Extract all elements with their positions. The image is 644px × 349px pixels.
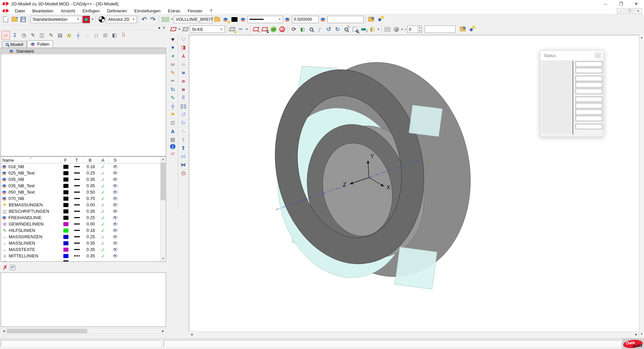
- active-check-icon[interactable]: ✓: [101, 183, 105, 189]
- active-color-button[interactable]: [82, 15, 91, 24]
- active-check-icon[interactable]: ✓: [101, 221, 105, 227]
- layer-row[interactable]: ⚑BEMASSUNGEN0.00✓: [1, 202, 166, 208]
- scroll-right-icon[interactable]: ▶: [160, 329, 166, 334]
- layer-row[interactable]: 035_NB_Text0.35✓: [1, 183, 166, 189]
- transform-light-icon[interactable]: »: [179, 77, 188, 85]
- menu-definieren[interactable]: Definieren: [103, 8, 130, 14]
- message-box[interactable]: [1, 272, 166, 327]
- layer-row[interactable]: 070_NB0.70✓: [1, 195, 166, 202]
- layer-row[interactable]: 025_NB_Text0.25✓: [1, 170, 166, 176]
- color-swatch[interactable]: [63, 197, 68, 201]
- linestyle-swatch[interactable]: [74, 198, 80, 199]
- mdi-restore-button[interactable]: ❐: [626, 8, 633, 14]
- zoom-window-button[interactable]: [307, 25, 316, 34]
- grid-dropdown-arrow[interactable]: ▼: [170, 18, 174, 21]
- solid-box-icon[interactable]: ◧: [110, 31, 119, 40]
- image-folder-button[interactable]: [367, 15, 375, 24]
- visibility-eye-icon[interactable]: [113, 242, 117, 245]
- tools-icon[interactable]: ✂: [168, 77, 177, 85]
- eraser-red-icon[interactable]: ▱: [168, 149, 177, 158]
- visibility-eye-icon[interactable]: [113, 210, 117, 213]
- restore-button[interactable]: ❐: [613, 0, 629, 7]
- panel-collapse-icon[interactable]: ◄: [157, 26, 161, 30]
- mdi-minimize-button[interactable]: –: [617, 8, 625, 14]
- zoom-page-button[interactable]: [351, 25, 359, 34]
- scroll-up-icon[interactable]: ▲: [639, 35, 644, 40]
- menu-extras[interactable]: Extras: [164, 8, 184, 14]
- visibility-eye-icon[interactable]: [113, 171, 117, 174]
- visibility-eye-icon[interactable]: [113, 178, 117, 181]
- linestyle-swatch[interactable]: [74, 236, 80, 237]
- undo-button[interactable]: ↶: [140, 15, 149, 24]
- scroll-up-icon[interactable]: ▲: [160, 157, 166, 162]
- redo-button[interactable]: ↷: [149, 15, 157, 24]
- plane-lightbulb-button[interactable]: [228, 25, 236, 34]
- material-box-button[interactable]: ◧: [368, 25, 377, 34]
- dots-arc-icon[interactable]: ∴: [179, 127, 188, 136]
- axis-tripod-icon[interactable]: Y: [179, 52, 188, 60]
- viewport-hscrollbar[interactable]: ◀ ▶: [189, 332, 639, 337]
- mirror-dark-icon[interactable]: ⋈: [179, 161, 188, 169]
- import-folder-icon[interactable]: ↧: [10, 31, 19, 40]
- color-dropdown-arrow[interactable]: ▼: [91, 18, 94, 21]
- color-swatch[interactable]: [63, 190, 68, 194]
- label-frame-icon[interactable]: ⊡: [168, 119, 177, 127]
- linestyle-swatch[interactable]: [74, 223, 80, 225]
- transform-dark-icon[interactable]: »: [179, 85, 188, 94]
- header-b[interactable]: B: [83, 157, 98, 163]
- color-swatch[interactable]: [63, 165, 68, 169]
- spin-down-icon[interactable]: ▼: [418, 29, 422, 33]
- layer-row[interactable]: 035_NB0.35✓: [1, 176, 166, 183]
- linestyle-swatch[interactable]: [74, 217, 80, 218]
- linestyle-swatch[interactable]: [74, 204, 80, 205]
- mode-3d-button[interactable]: 3D: [278, 25, 286, 34]
- apply-layers-button-1[interactable]: [239, 15, 248, 24]
- annotation-page-icon[interactable]: ◫: [38, 31, 46, 40]
- menu-datei[interactable]: Datei: [11, 8, 29, 14]
- active-check-icon[interactable]: ✓: [101, 228, 105, 233]
- center-point-icon[interactable]: ⊙: [179, 169, 188, 178]
- pencil-green-icon[interactable]: ✎: [168, 94, 177, 102]
- visibility-eye-icon[interactable]: [113, 216, 117, 219]
- visibility-eye-icon[interactable]: [113, 197, 117, 200]
- menu-einstellungen[interactable]: Einstellungen: [130, 8, 164, 14]
- color-swatch[interactable]: [63, 235, 68, 239]
- color-swatch[interactable]: [63, 203, 68, 207]
- scroll-right-icon[interactable]: ▶: [634, 332, 639, 337]
- status-window-button[interactable]: ▣: [595, 53, 601, 58]
- layer-row[interactable]: ↔MASSTEXTE0.35✓: [1, 246, 166, 253]
- menu-ansicht[interactable]: Ansicht: [57, 8, 79, 14]
- header-s[interactable]: S: [108, 157, 122, 163]
- menu-?[interactable]: ?: [206, 8, 216, 14]
- color-swatch[interactable]: [63, 229, 68, 233]
- menu-bearbeiten[interactable]: Bearbeiten: [29, 8, 57, 14]
- visibility-eye-icon[interactable]: [113, 203, 117, 206]
- material-dropdown-arrow[interactable]: ▼: [377, 28, 380, 31]
- linestyle-swatch[interactable]: [74, 172, 80, 173]
- arrows-light-icon[interactable]: »: [179, 60, 188, 68]
- rotate-left-button[interactable]: ↺: [324, 25, 333, 34]
- sphere-icon[interactable]: ●: [168, 43, 177, 52]
- mode-2d-button[interactable]: 2D: [269, 25, 278, 34]
- status-window-title[interactable]: Status: [540, 51, 603, 60]
- active-check-icon[interactable]: ✓: [101, 202, 105, 208]
- linestyle-swatch[interactable]: [74, 185, 80, 186]
- plane-dropdown-arrow[interactable]: ▼: [178, 28, 181, 31]
- linestyle-swatch[interactable]: [74, 243, 80, 244]
- scroll-down-icon[interactable]: ▼: [639, 332, 644, 337]
- copy-messages-button[interactable]: ↶: [10, 265, 15, 270]
- layer-row[interactable]: ┼MITTELLINIEN0.35✓: [1, 253, 166, 259]
- arrows-dark-icon[interactable]: »: [179, 68, 188, 77]
- centerline-icon[interactable]: ┼: [74, 31, 83, 40]
- render-button[interactable]: [359, 25, 368, 34]
- zoom-spinner[interactable]: 0 ▲▼: [407, 26, 422, 33]
- eraser-icon[interactable]: ▱: [1, 31, 10, 40]
- view-tool-button[interactable]: ✂: [236, 25, 245, 34]
- grid-small-icon[interactable]: ⠿: [179, 94, 188, 102]
- selection-mode-combo[interactable]: Standardselektion ▼: [31, 16, 82, 23]
- grid-settings-button[interactable]: [160, 15, 170, 24]
- open-button[interactable]: [10, 15, 19, 24]
- rotate-copy-icon[interactable]: ↻: [168, 85, 177, 94]
- color-swatch[interactable]: [63, 248, 68, 252]
- layer-row[interactable]: 050_NB_Text0.50✓: [1, 189, 166, 195]
